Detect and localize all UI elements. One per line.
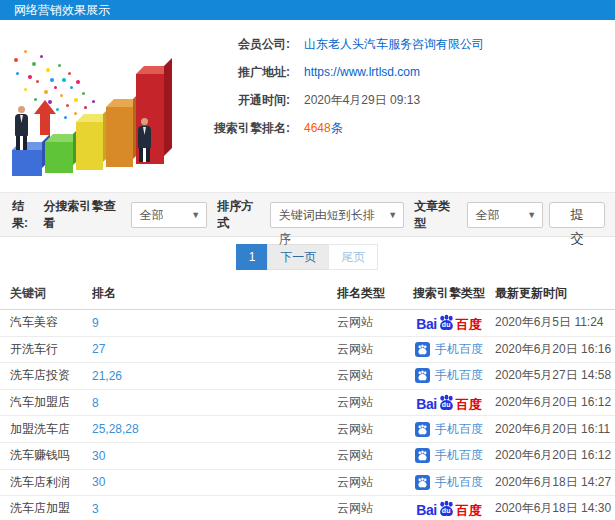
keyword-cell: 汽车美容 [0, 314, 92, 331]
next-page-button[interactable]: 下一页 [267, 244, 329, 270]
filter-controls: 分搜索引擎查看 全部 ▼ 排序方式 关键词由短到长排序 ▼ 文章类型 全部 ▼ … [39, 198, 605, 232]
engine-cell: 手机百度 [403, 367, 495, 384]
info-row-url: 推广地址: https://www.lrtlsd.com [185, 62, 615, 82]
updated-cell: 2020年6月20日 16:11 [495, 421, 615, 438]
company-label: 会员公司: [185, 36, 290, 53]
baidu-mobile-paw-icon [415, 448, 430, 463]
promo-url-link[interactable]: https://www.lrtlsd.com [304, 65, 420, 79]
rank-link[interactable]: 25,28,28 [92, 422, 139, 436]
updated-cell: 2020年6月20日 16:16 [495, 341, 615, 358]
keyword-cell: 洗车赚钱吗 [0, 447, 92, 464]
header-updated: 最新更新时间 [495, 285, 615, 302]
engine-cell: Baidu百度 [403, 500, 495, 517]
rank-count-suffix: 条 [331, 121, 343, 135]
businessman-on-bar [15, 106, 28, 150]
engine-cell: 手机百度 [403, 447, 495, 464]
rank-cell: 3 [92, 502, 337, 516]
engine-cell: 手机百度 [403, 421, 495, 438]
engine-cell: Baidu百度 [403, 314, 495, 331]
page-title: 网络营销效果展示 [14, 3, 110, 17]
keyword-cell: 洗车店投资 [0, 367, 92, 384]
info-row-rank-count: 搜索引擎排名: 4648条 [185, 118, 615, 138]
chart-bar-orange [106, 107, 133, 167]
table-row: 洗车店投资 21,26 云网站 手机百度 2020年5月27日 14:58 [0, 363, 615, 390]
header-rank: 排名 [92, 285, 337, 302]
engine-cell: 手机百度 [403, 474, 495, 491]
chevron-down-icon: ▼ [191, 203, 200, 227]
baidu-pc-logo: Baidu百度 [416, 394, 481, 411]
article-type-select[interactable]: 全部 ▼ [467, 202, 543, 228]
keyword-rank-table: 关键词 排名 排名类型 搜索引擎类型 最新更新时间 汽车美容 9 云网站 Bai… [0, 277, 615, 520]
rank-link[interactable]: 27 [92, 342, 105, 356]
baidu-paw-icon: du [438, 314, 455, 331]
baidu-mobile-logo: 手机百度 [415, 341, 483, 358]
rank-type-cell: 云网站 [337, 421, 403, 438]
keyword-cell: 汽车加盟店 [0, 394, 92, 411]
rank-cell: 27 [92, 342, 337, 356]
chart-bar-yellow [76, 122, 103, 170]
table-row: 加盟洗车店 25,28,28 云网站 手机百度 2020年6月20日 16:11 [0, 416, 615, 443]
updated-cell: 2020年6月18日 14:27 [495, 474, 615, 491]
rank-count-number: 4648 [304, 121, 331, 135]
rank-link[interactable]: 3 [92, 502, 99, 516]
rank-type-cell: 云网站 [337, 500, 403, 517]
table-row: 洗车赚钱吗 30 云网站 手机百度 2020年6月20日 16:12 [0, 443, 615, 470]
filter-bar: 结果: 分搜索引擎查看 全部 ▼ 排序方式 关键词由短到长排序 ▼ 文章类型 全… [0, 193, 615, 237]
rank-cell: 30 [92, 475, 337, 489]
rank-link[interactable]: 9 [92, 316, 99, 330]
article-type-label: 文章类型 [414, 198, 460, 232]
engine-filter-select[interactable]: 全部 ▼ [131, 202, 207, 228]
table-row: 汽车加盟店 8 云网站 Baidu百度 2020年6月20日 16:12 [0, 390, 615, 417]
baidu-pc-logo: Baidu百度 [416, 314, 481, 331]
rank-type-cell: 云网站 [337, 367, 403, 384]
header-keyword: 关键词 [0, 285, 92, 302]
updated-cell: 2020年6月18日 14:30 [495, 500, 615, 517]
info-row-open-time: 开通时间: 2020年4月29日 09:13 [185, 90, 615, 110]
article-type-value: 全部 [476, 208, 500, 222]
baidu-paw-icon: du [438, 500, 455, 517]
header-rank-type: 排名类型 [337, 285, 403, 302]
rank-type-cell: 云网站 [337, 447, 403, 464]
pagination: 1 下一页 尾页 [0, 237, 615, 277]
baidu-mobile-paw-icon [415, 475, 430, 490]
keyword-cell: 洗车店加盟 [0, 500, 92, 517]
page-number-current[interactable]: 1 [236, 244, 269, 270]
open-time-value: 2020年4月29日 09:13 [304, 92, 420, 109]
baidu-mobile-logo: 手机百度 [415, 447, 483, 464]
table-body: 汽车美容 9 云网站 Baidu百度 2020年6月5日 11:24 开洗车行 … [0, 310, 615, 520]
header-engine-type: 搜索引擎类型 [403, 285, 495, 302]
table-row: 开洗车行 27 云网站 手机百度 2020年6月20日 16:16 [0, 337, 615, 364]
rank-link[interactable]: 30 [92, 475, 105, 489]
info-row-company: 会员公司: 山东老人头汽车服务咨询有限公司 [185, 34, 615, 54]
rank-count-value: 4648条 [304, 120, 343, 137]
businessman-right [138, 118, 151, 162]
company-link[interactable]: 山东老人头汽车服务咨询有限公司 [304, 36, 484, 53]
sort-select[interactable]: 关键词由短到长排序 ▼ [270, 202, 405, 228]
promo-url-label: 推广地址: [185, 64, 290, 81]
growth-arrow-icon [34, 100, 56, 136]
rank-cell: 25,28,28 [92, 422, 337, 436]
baidu-pc-logo: Baidu百度 [416, 500, 481, 517]
rank-cell: 9 [92, 316, 337, 330]
rank-cell: 21,26 [92, 369, 337, 383]
engine-filter-label: 分搜索引擎查看 [43, 198, 124, 232]
table-header-row: 关键词 排名 排名类型 搜索引擎类型 最新更新时间 [0, 277, 615, 310]
updated-cell: 2020年6月5日 11:24 [495, 314, 615, 331]
baidu-mobile-logo: 手机百度 [415, 367, 483, 384]
company-info: 会员公司: 山东老人头汽车服务咨询有限公司 推广地址: https://www.… [185, 34, 615, 146]
rank-cell: 30 [92, 449, 337, 463]
rank-link[interactable]: 30 [92, 449, 105, 463]
submit-button[interactable]: 提交 [549, 202, 605, 228]
last-page-button[interactable]: 尾页 [328, 244, 378, 270]
rank-link[interactable]: 21,26 [92, 369, 122, 383]
page-header: 网络营销效果展示 [0, 0, 615, 20]
chevron-down-icon: ▼ [527, 203, 536, 227]
hero-section: 会员公司: 山东老人头汽车服务咨询有限公司 推广地址: https://www.… [0, 20, 615, 193]
rank-count-label: 搜索引擎排名: [185, 120, 290, 137]
sort-label: 排序方式 [217, 198, 263, 232]
rank-link[interactable]: 8 [92, 396, 99, 410]
rank-cell: 8 [92, 396, 337, 410]
table-row: 汽车美容 9 云网站 Baidu百度 2020年6月5日 11:24 [0, 310, 615, 337]
baidu-mobile-logo: 手机百度 [415, 474, 483, 491]
rank-type-cell: 云网站 [337, 314, 403, 331]
